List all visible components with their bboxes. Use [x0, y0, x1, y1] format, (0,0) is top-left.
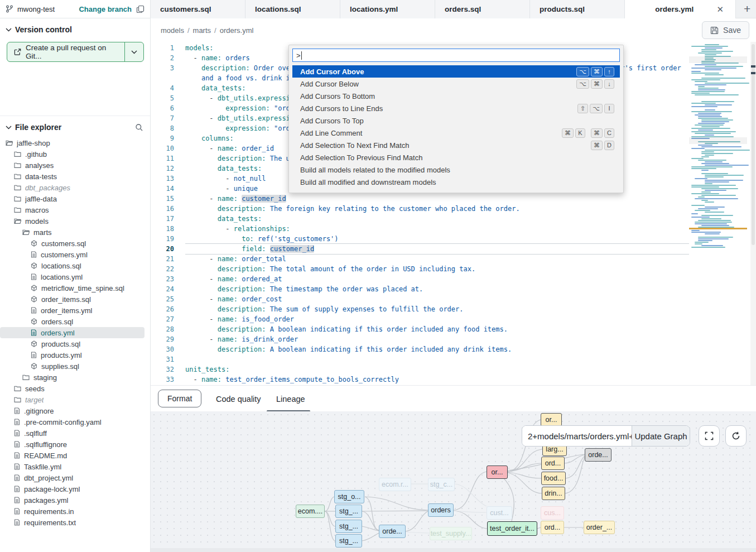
code-line[interactable]: 25 - name: order_cost [151, 294, 689, 304]
tree-item-locations-yml[interactable]: locations.yml [0, 271, 150, 282]
palette-item-add-cursors-to-top[interactable]: Add Cursors To Top [292, 114, 620, 127]
code-line[interactable]: 32unit_tests: [151, 364, 689, 375]
lineage-node-ord-[interactable]: ord... [541, 521, 564, 534]
code-line[interactable]: 28 description: A boolean indicating if … [151, 324, 689, 334]
tree-item-metricflow-time-spine-sql[interactable]: metricflow_time_spine.sql [0, 282, 150, 294]
code-line[interactable]: 21 - name: order_total [151, 254, 689, 264]
search-icon[interactable] [135, 123, 143, 132]
tree-item-dbt-project-yml[interactable]: dbt_project.yml [0, 472, 150, 483]
breadcrumb-segment[interactable]: orders.yml [220, 26, 254, 35]
lineage-node-ecom-r-[interactable]: ecom.r... [379, 478, 411, 491]
lineage-canvas[interactable]: ecom....stg_o...stg_...stg_...stg_...ord… [151, 411, 756, 548]
save-button[interactable]: Save [702, 21, 749, 39]
pr-dropdown-caret[interactable] [124, 42, 143, 61]
tree-item-models[interactable]: models [0, 215, 150, 227]
tree-item-staging[interactable]: staging [0, 372, 150, 383]
code-editor[interactable]: 1models:2 - name: orders3 description: O… [151, 42, 756, 385]
tree-item-customers-yml[interactable]: customers.yml [0, 249, 150, 260]
code-line[interactable]: 24 description: The timestamp the order … [151, 284, 689, 294]
tree-item-target[interactable]: target [0, 394, 150, 405]
tab-lineage[interactable]: Lineage [276, 386, 305, 412]
change-branch-link[interactable]: Change branch [79, 5, 132, 13]
palette-item-add-selection-to-next-find-match[interactable]: Add Selection To Next Find Match⌘D [292, 139, 620, 151]
tree-item-products-sql[interactable]: products.sql [0, 338, 150, 349]
code-line[interactable]: 18 - relationships: [151, 224, 689, 234]
lineage-node-ord-[interactable]: ord... [541, 457, 565, 470]
breadcrumb-segment[interactable]: marts [193, 26, 211, 35]
code-line[interactable]: 15 - name: customer_id [151, 194, 689, 204]
tree-item-requirements-in[interactable]: requirements.in [0, 506, 150, 517]
lineage-node-test-supply-[interactable]: test_supply... [430, 527, 472, 540]
lineage-node-or-[interactable]: or... [541, 413, 562, 426]
code-line[interactable]: 16 description: The foreign key relating… [151, 204, 689, 214]
tree-item--github[interactable]: .github [0, 148, 150, 160]
graph-filter-input[interactable]: 2+models/marts/orders.yml+ [522, 426, 632, 446]
create-pr-button[interactable]: Create a pull request on Git... [7, 42, 144, 62]
code-line[interactable]: 31 [151, 354, 689, 364]
code-line[interactable]: 19 to: ref('stg_customers') [151, 234, 689, 244]
minimap[interactable] [689, 42, 750, 385]
close-icon[interactable]: ✕ [714, 4, 726, 15]
tree-item--pre-commit-config-yaml[interactable]: .pre-commit-config.yaml [0, 416, 150, 428]
palette-item-add-cursor-below[interactable]: Add Cursor Below⌥⌘↓ [292, 78, 620, 90]
palette-item-add-line-comment[interactable]: Add Line Comment⌘K⌘C [292, 127, 620, 139]
tree-item--sqlfluff[interactable]: .sqlfluff [0, 428, 150, 439]
tab-products-sql[interactable]: products.sql [530, 0, 625, 18]
lineage-node-test-order-it-[interactable]: test_order_it... [487, 521, 537, 536]
tree-item-data-tests[interactable]: data-tests [0, 171, 150, 182]
editor-scrollbar[interactable] [750, 42, 756, 385]
copy-icon[interactable] [136, 5, 145, 13]
code-line[interactable]: 23 - name: ordered_at [151, 274, 689, 284]
tab-code-quality[interactable]: Code quality [216, 386, 261, 412]
tree-item--gitignore[interactable]: .gitignore [0, 405, 150, 416]
tree-item-requirements-txt[interactable]: requirements.txt [0, 517, 150, 528]
code-line[interactable]: 20 field: customer_id [151, 244, 689, 254]
code-line[interactable]: 26 description: The sum of supply expens… [151, 304, 689, 314]
tree-item-package-lock-yml[interactable]: package-lock.yml [0, 483, 150, 495]
tab-customers-sql[interactable]: customers.sql [151, 0, 245, 18]
tab-locations-sql[interactable]: locations.sql [245, 0, 340, 18]
code-line[interactable]: 29 - name: is_drink_order [151, 334, 689, 344]
tree-item-dbt-packages[interactable]: dbt_packages [0, 182, 150, 193]
tree-item-readme-md[interactable]: README.md [0, 450, 150, 461]
lineage-node-or-[interactable]: or... [487, 465, 508, 479]
code-line[interactable]: 22 description: The total amount of the … [151, 264, 689, 274]
refresh-button[interactable] [725, 425, 747, 447]
tab-orders-yml[interactable]: orders.yml✕ [625, 0, 736, 18]
tree-item-locations-sql[interactable]: locations.sql [0, 260, 150, 271]
palette-item-build-all-modified-and-downstream-models[interactable]: Build all modified and downstream models [292, 176, 620, 188]
version-control-header[interactable]: Version control [0, 18, 150, 37]
lineage-node-order-[interactable]: order_... [584, 521, 615, 534]
tree-item-order-items-yml[interactable]: order_items.yml [0, 305, 150, 316]
lineage-node-orders[interactable]: orders [428, 503, 454, 517]
tree-item-macros[interactable]: macros [0, 204, 150, 215]
horizontal-scrollbar[interactable] [151, 548, 756, 552]
code-line[interactable]: 17 data_tests: [151, 214, 689, 224]
palette-item-build-all-models-related-to-the-modified-models[interactable]: Build all models related to the modified… [292, 164, 620, 176]
format-button[interactable]: Format [158, 390, 201, 407]
lineage-node-orde-[interactable]: orde... [379, 525, 406, 538]
palette-item-add-cursors-to-bottom[interactable]: Add Cursors To Bottom [292, 90, 620, 102]
update-graph-button[interactable]: Update Graph [632, 426, 690, 446]
code-line[interactable]: 30 description: A boolean indicating if … [151, 344, 689, 354]
lineage-node-stg-[interactable]: stg_... [335, 505, 362, 518]
tree-item-jaffle-data[interactable]: jaffle-data [0, 193, 150, 204]
lineage-node-stg-[interactable]: stg_... [335, 520, 362, 533]
palette-item-add-cursors-to-line-ends[interactable]: Add Cursors to Line Ends⇧⌥I [292, 102, 620, 114]
fullscreen-button[interactable] [699, 425, 720, 447]
tree-item--sqlfluffignore[interactable]: .sqlfluffignore [0, 439, 150, 450]
palette-item-add-selection-to-previous-find-match[interactable]: Add Selection To Previous Find Match [292, 151, 620, 164]
tree-item-marts[interactable]: marts [0, 227, 150, 238]
lineage-node-cus-[interactable]: cus... [541, 506, 564, 520]
code-line[interactable]: 27 - name: is_food_order [151, 314, 689, 324]
tree-item-supplies-sql[interactable]: supplies.sql [0, 361, 150, 372]
tab-orders-sql[interactable]: orders.sql [435, 0, 530, 18]
tree-item-seeds[interactable]: seeds [0, 383, 150, 394]
breadcrumb-segment[interactable]: models [161, 26, 184, 35]
tree-item-analyses[interactable]: analyses [0, 160, 150, 171]
lineage-node-food-[interactable]: food... [541, 472, 566, 485]
tree-item-jaffle-shop[interactable]: jaffle-shop [0, 137, 150, 148]
palette-item-add-cursor-above[interactable]: Add Cursor Above⌥⌘↑ [292, 65, 620, 78]
code-line[interactable]: 33 - name: test_order_items_compute_to_b… [151, 375, 689, 385]
tree-item-taskfile-yml[interactable]: Taskfile.yml [0, 461, 150, 472]
